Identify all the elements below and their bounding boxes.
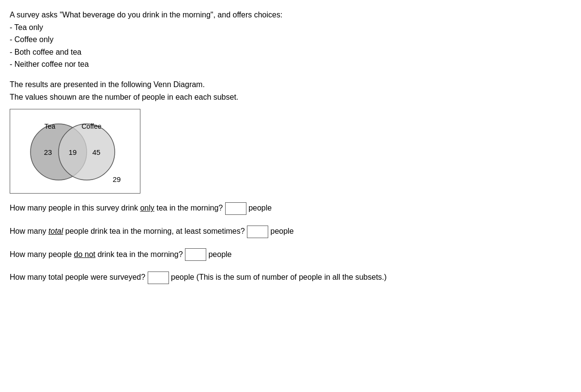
- q1-input[interactable]: [225, 202, 246, 215]
- q3-text-after: drink tea in the morning?: [95, 250, 183, 258]
- q2-text-before: How many: [10, 227, 48, 235]
- question2: How many total people drink tea in the m…: [10, 225, 571, 238]
- venn-svg: Tea Coffee 23 19 45 29: [15, 114, 136, 189]
- intersection-value: 19: [69, 148, 77, 156]
- question4: How many total people were surveyed? peo…: [10, 271, 571, 284]
- tea-only-value: 23: [44, 148, 52, 156]
- coffee-only-value: 45: [92, 148, 101, 156]
- neither-value: 29: [113, 175, 121, 183]
- q2-italic-underline: total: [48, 227, 63, 235]
- q1-underline: only: [140, 204, 154, 212]
- results-line1: The results are presented in the followi…: [10, 78, 571, 91]
- q2-unit: people: [271, 227, 294, 235]
- intro-line1: A survey asks "What beverage do you drin…: [10, 9, 571, 21]
- choice-coffee: - Coffee only: [10, 33, 571, 46]
- svg-point-1: [59, 124, 115, 180]
- choice-neither: - Neither coffee nor tea: [10, 58, 571, 71]
- q3-underline: do not: [74, 250, 95, 258]
- choice-tea: - Tea only: [10, 21, 571, 34]
- results-line2: The values shouwn are the number of peop…: [10, 91, 571, 104]
- choice-both: - Both coffee and tea: [10, 46, 571, 59]
- tea-label: Tea: [45, 122, 56, 130]
- venn-diagram: Tea Coffee 23 19 45 29: [10, 109, 140, 194]
- intro-section: A survey asks "What beverage do you drin…: [10, 9, 571, 71]
- question3: How many people do not drink tea in the …: [10, 248, 571, 261]
- q1-text-before: How many people in this survey drink: [10, 204, 140, 212]
- q2-text-after: people drink tea in the morning, at leas…: [63, 227, 245, 235]
- q4-text-before: How many total people were surveyed?: [10, 273, 145, 281]
- question1: How many people in this survey drink onl…: [10, 201, 571, 215]
- q1-unit: people: [248, 204, 272, 212]
- q1-text-after: tea in the morning?: [154, 204, 223, 212]
- q4-text-after: people (This is the sum of number of peo…: [171, 273, 387, 281]
- q3-text-before: How many people: [10, 250, 74, 258]
- results-section: The results are presented in the followi…: [10, 78, 571, 103]
- q2-input[interactable]: [247, 226, 268, 238]
- q3-unit: people: [208, 250, 231, 258]
- q4-input[interactable]: [148, 271, 169, 284]
- coffee-label: Coffee: [82, 122, 102, 130]
- q3-input[interactable]: [185, 248, 206, 261]
